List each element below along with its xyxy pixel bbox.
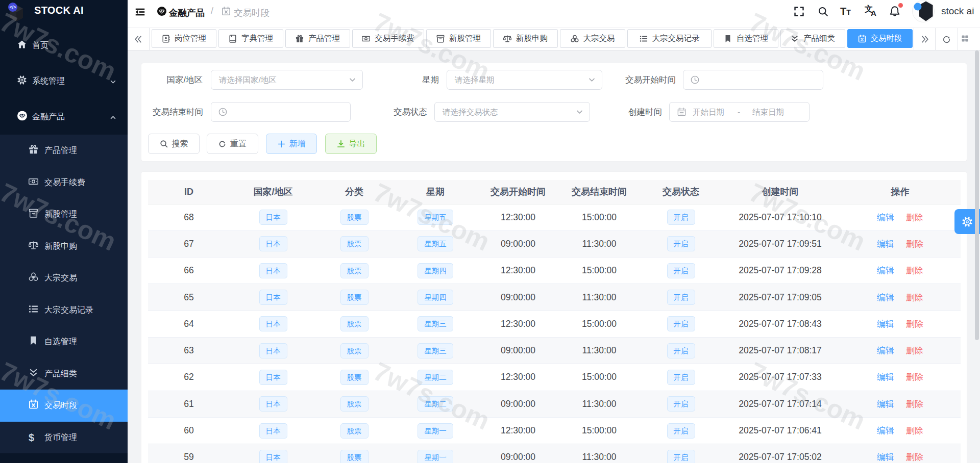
svg-text:</>: </> [9, 5, 16, 10]
